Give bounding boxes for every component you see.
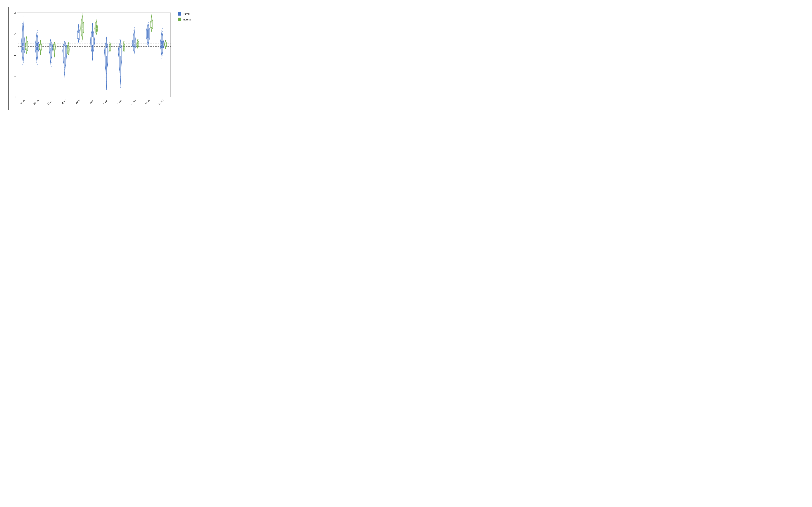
svg-text:PRAD: PRAD	[130, 99, 136, 105]
svg-point-187	[107, 39, 107, 40]
svg-point-273	[148, 43, 148, 44]
svg-point-23	[23, 16, 23, 17]
svg-point-94	[54, 57, 55, 57]
svg-text:COAD: COAD	[47, 99, 53, 105]
svg-rect-140	[82, 23, 83, 32]
svg-point-299	[162, 55, 163, 56]
svg-point-37	[27, 37, 27, 37]
svg-point-55	[36, 62, 37, 63]
svg-rect-275	[151, 22, 152, 27]
svg-point-53	[37, 35, 38, 36]
svg-point-54	[37, 64, 38, 65]
svg-point-188	[106, 40, 107, 41]
svg-point-93	[54, 43, 55, 44]
svg-text:THCA: THCA	[144, 99, 150, 105]
svg-point-314	[165, 47, 166, 48]
svg-point-279	[151, 14, 152, 15]
svg-point-112	[64, 67, 65, 68]
svg-point-108	[64, 77, 65, 77]
svg-text:12: 12	[13, 53, 16, 56]
svg-point-172	[96, 19, 96, 20]
svg-point-125	[68, 54, 69, 55]
svg-rect-127	[78, 33, 79, 38]
svg-point-98	[54, 53, 55, 54]
svg-point-281	[152, 16, 152, 17]
svg-point-247	[134, 51, 134, 51]
legend-item: Normal	[177, 17, 200, 21]
svg-point-110	[64, 72, 65, 73]
legend-label: Normal	[183, 18, 191, 21]
svg-point-26	[23, 26, 24, 27]
svg-point-269	[148, 24, 149, 25]
y-axis-label	[2, 5, 7, 118]
svg-point-245	[134, 53, 135, 53]
svg-rect-100	[64, 46, 65, 57]
svg-point-213	[120, 40, 120, 41]
svg-point-71	[40, 52, 41, 53]
violin-svg: 810121416BLCABRCACOADHNSCKICHKIRCLUADLUS…	[9, 7, 174, 110]
svg-text:KIRC: KIRC	[89, 99, 95, 105]
svg-point-147	[82, 17, 83, 18]
legend-label: Tumor	[183, 12, 190, 15]
svg-point-132	[78, 25, 79, 26]
svg-point-66	[40, 41, 41, 42]
svg-text:HNSC: HNSC	[61, 99, 67, 105]
svg-point-152	[82, 36, 83, 37]
svg-point-149	[82, 40, 83, 41]
svg-point-295	[162, 31, 163, 32]
svg-point-58	[36, 57, 37, 58]
svg-point-151	[82, 37, 83, 38]
svg-point-164	[92, 56, 93, 57]
svg-point-29	[23, 60, 24, 61]
svg-point-109	[64, 74, 65, 75]
svg-point-81	[51, 66, 52, 67]
svg-text:LUAD: LUAD	[103, 99, 109, 105]
svg-point-173	[96, 20, 97, 21]
svg-point-294	[161, 30, 162, 31]
svg-point-38	[26, 37, 27, 38]
svg-point-298	[161, 56, 162, 57]
svg-point-189	[106, 89, 107, 90]
svg-point-186	[106, 38, 106, 39]
svg-point-133	[79, 26, 79, 27]
svg-point-309	[165, 41, 166, 41]
svg-text:8: 8	[15, 96, 16, 98]
svg-point-150	[82, 39, 83, 39]
svg-point-95	[54, 56, 55, 57]
svg-point-39	[27, 38, 28, 39]
svg-point-242	[134, 32, 135, 33]
svg-point-212	[119, 39, 120, 40]
svg-point-107	[65, 42, 66, 43]
svg-text:KICH: KICH	[75, 99, 81, 105]
svg-point-24	[23, 20, 23, 20]
svg-text:16: 16	[13, 11, 16, 14]
svg-text:BRCA: BRCA	[33, 99, 39, 105]
svg-point-174	[96, 21, 97, 22]
svg-text:UCEC: UCEC	[158, 99, 164, 105]
svg-point-30	[22, 59, 23, 59]
svg-point-268	[148, 24, 148, 24]
svg-point-148	[82, 41, 83, 42]
chart-title	[2, 3, 201, 5]
svg-point-96	[54, 55, 55, 56]
svg-text:10: 10	[13, 74, 16, 77]
svg-point-85	[50, 58, 51, 59]
svg-point-270	[148, 46, 149, 47]
svg-point-144	[82, 13, 83, 14]
svg-point-80	[51, 41, 52, 41]
svg-point-160	[92, 26, 93, 27]
svg-point-241	[134, 30, 134, 31]
svg-point-97	[54, 54, 55, 55]
svg-point-280	[151, 15, 152, 16]
svg-point-165	[92, 54, 93, 55]
svg-point-166	[92, 53, 93, 54]
svg-point-260	[137, 47, 138, 48]
svg-point-220	[119, 72, 120, 73]
svg-point-300	[161, 54, 162, 55]
svg-point-287	[151, 29, 152, 30]
svg-rect-32	[27, 43, 27, 50]
svg-point-193	[106, 73, 107, 74]
chart-container: 810121416BLCABRCACOADHNSCKICHKIRCLUADLUS…	[2, 3, 201, 124]
svg-point-84	[50, 60, 51, 61]
svg-point-243	[134, 55, 135, 55]
